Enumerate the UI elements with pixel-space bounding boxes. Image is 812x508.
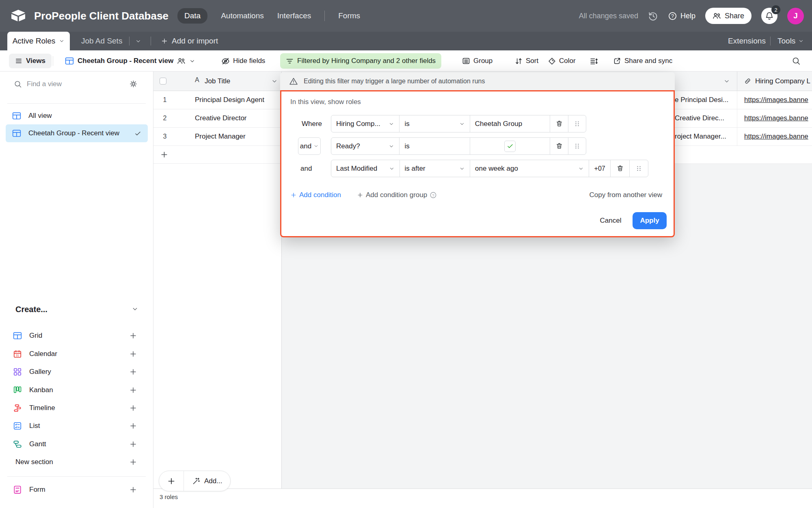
help-circle-icon[interactable] [430,191,437,199]
share-button[interactable]: Share [705,8,752,24]
apply-button[interactable]: Apply [633,212,667,229]
create-section-header[interactable]: Create... [15,305,48,314]
add-with-ai-button[interactable]: Add... [184,471,230,491]
cell-link[interactable]: https://images.banne [737,91,812,109]
history-icon[interactable] [648,11,658,21]
field-select[interactable]: Ready? [331,138,399,154]
copy-from-view-button[interactable]: Copy from another view [589,189,662,201]
sidebar-view-cheetah-selected[interactable]: Cheetah Group - Recent view [6,124,148,142]
cell-truncated[interactable]: e Principal Desi... [675,91,736,109]
tools-button[interactable]: Tools [777,32,804,50]
nav-tab-automations[interactable]: Automations [221,11,264,20]
add-section-button[interactable] [129,458,137,466]
cell-link[interactable]: https://images.banne [737,109,812,128]
create-calendar-item[interactable]: Calendar [0,345,153,363]
sidebar-view-all[interactable]: All view [6,107,148,125]
airtable-logo-icon[interactable] [11,9,26,22]
tables-chevron-icon[interactable] [135,38,141,44]
operator-select[interactable]: is after [400,160,470,177]
cell-job-title[interactable]: Creative Director [195,109,247,127]
share-and-sync-button[interactable]: Share and sync [613,50,672,72]
filter-button[interactable]: Filtered by Hiring Company and 2 other f… [280,53,441,69]
external-link-icon [613,57,621,65]
value-select[interactable]: one week ago [470,160,589,177]
group-button[interactable]: Group [462,50,492,72]
add-or-import-button[interactable]: Add or import [161,32,218,50]
add-kanban-view-button[interactable] [129,386,137,394]
create-gantt-item[interactable]: Gantt [0,435,153,453]
add-grid-view-button[interactable] [129,332,137,340]
select-all-checkbox[interactable] [160,78,166,85]
search-icon[interactable] [792,56,801,65]
create-timeline-item[interactable]: Timeline [0,399,153,417]
nav-tab-interfaces[interactable]: Interfaces [277,11,311,20]
cell-link[interactable]: https://images.banne [737,128,812,146]
cell-job-title[interactable]: Project Manager [195,128,246,145]
nav-tab-data[interactable]: Data [177,8,207,24]
timezone-offset[interactable]: +07 [589,160,610,177]
add-calendar-view-button[interactable] [129,350,137,358]
create-new-section-item[interactable]: New section [0,453,153,471]
cell-truncated[interactable]: Creative Direc... [675,109,736,127]
user-avatar[interactable]: J [787,8,804,24]
color-button[interactable]: Color [548,50,576,72]
sort-button[interactable]: Sort [515,50,538,72]
add-list-view-button[interactable] [129,422,137,430]
toolbar-divider [53,56,53,66]
create-grid-item[interactable]: Grid [0,327,153,345]
view-chevron-icon [189,58,195,64]
view-settings-gear-icon[interactable] [129,80,138,88]
text-field-type-icon: A [195,76,199,84]
drag-handle[interactable] [629,160,648,177]
field-select[interactable]: Last Modified [331,160,400,177]
row-number[interactable]: 1 [158,91,172,109]
filter-dialog-body: In this view, show roles Where Hiring Co… [280,90,675,237]
hide-fields-button[interactable]: Hide fields [221,50,265,72]
column-menu-chevron-icon[interactable] [271,78,278,85]
add-condition-group-button[interactable]: Add condition group [357,189,437,201]
delete-condition-button[interactable] [550,115,568,132]
conjunction-select[interactable]: and [298,137,321,155]
column-menu-chevron-icon[interactable] [723,78,730,85]
operator-select[interactable]: is [399,115,469,132]
tabbar-divider [151,37,151,46]
app-title-chevron-icon[interactable] [160,13,166,20]
cell-truncated[interactable]: roject Manager... [675,128,736,145]
views-button[interactable]: Views [9,54,52,68]
add-gantt-view-button[interactable] [129,440,137,448]
operator-select[interactable]: is [399,138,469,154]
extensions-button[interactable]: Extensions [728,32,766,50]
drag-handle[interactable] [568,115,586,132]
row-number[interactable]: 3 [158,128,172,145]
find-view-input[interactable] [26,76,113,92]
help-button[interactable]: Help [668,11,695,21]
tab-job-ad-sets[interactable]: Job Ad Sets [81,32,122,50]
add-form-view-button[interactable] [129,486,137,494]
delete-condition-button[interactable] [550,138,568,154]
cancel-button[interactable]: Cancel [598,212,624,229]
tab-active-roles[interactable]: Active Roles [7,32,70,50]
create-collapse-chevron-icon[interactable] [132,306,138,313]
checked-checkbox[interactable] [504,141,516,152]
field-select[interactable]: Hiring Comp... [331,115,399,132]
nav-tab-forms[interactable]: Forms [338,11,360,20]
row-height-button[interactable] [590,50,598,72]
cell-job-title[interactable]: Principal Design Agent [195,91,264,109]
drag-handle[interactable] [568,138,586,154]
add-gallery-view-button[interactable] [129,368,137,376]
add-record-button[interactable] [159,471,184,491]
column-header-hiring-company[interactable]: Hiring Company L [737,72,812,91]
create-list-item[interactable]: List [0,417,153,435]
column-header-job-title[interactable]: Job Title [205,72,230,91]
create-kanban-item[interactable]: Kanban [0,381,153,399]
notifications-button[interactable]: 2 [761,8,777,24]
add-timeline-view-button[interactable] [129,404,137,412]
row-number[interactable]: 2 [158,109,172,127]
value-input[interactable]: Cheetah Group [470,115,550,132]
delete-condition-button[interactable] [610,160,629,177]
filter-dialog-title: In this view, show roles [290,98,361,106]
create-form-item[interactable]: Form [0,481,153,499]
create-gallery-item[interactable]: Gallery [0,363,153,381]
view-switcher[interactable]: Cheetah Group - Recent view [65,50,195,72]
add-condition-button[interactable]: Add condition [290,189,341,201]
